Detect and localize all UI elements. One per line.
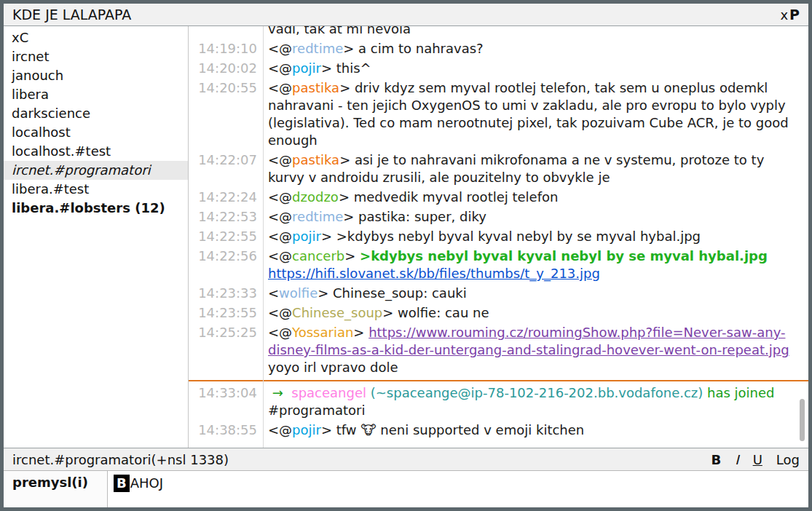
window-button-p[interactable]: P [789,7,800,23]
timestamp: 14:22:53 [189,208,263,226]
sidebar-item-localhost[interactable]: localhost [4,123,188,142]
message-content: <@Yossarian> https://www.rouming.cz/roum… [263,324,808,376]
nick: wolfie [279,285,318,301]
nick: redtime [292,41,343,56]
nick: cancerb [292,248,344,264]
timestamp: 14:23:33 [189,285,263,302]
message-text: > pastika: super, diky [343,209,486,224]
sidebar-item-libera[interactable]: libera [4,85,188,104]
format-underline-button[interactable]: U [753,452,762,467]
sidebar-item-ircnet-programatori[interactable]: ircnet.#programatori [4,161,188,180]
message-content: <@cancerb> >kdybys nebyl byval kyval neb… [263,247,808,282]
message-content: <wolfie> Chinese_soup: cauki [263,285,808,302]
message-row: 14:38:55<@pojir> tfw 🐮 neni supported v … [189,421,808,439]
message-list: vadi, tak at mi nevola14:19:10<@redtime>… [189,26,808,439]
log-button[interactable]: Log [776,452,800,467]
message-content: <@Chinese_soup> wolfie: cau ne [263,304,808,322]
timestamp: 14:22:56 [189,247,263,282]
window-controls: xP [779,7,800,23]
nick: pojir [292,229,321,244]
timestamp: 14:20:02 [189,60,263,77]
message-row: 14:23:33<wolfie> Chinese_soup: cauki [189,285,808,302]
message-text: > wolfie: cau ne [382,305,489,320]
chat-log[interactable]: vadi, tak at mi nevola14:19:10<@redtime>… [189,26,808,448]
message-text: > [353,325,368,340]
message-text: <@ [268,41,292,56]
message-row: 14:22:53<@redtime> pastika: super, diky [189,208,808,226]
message-content: <@pojir> tfw 🐮 neni supported v emoji ki… [263,421,808,439]
message-text [768,248,772,264]
message-text: > >kdybys nebyl byval kyval nebyl by se … [321,229,701,244]
message-input[interactable]: BAHOJ [108,471,808,507]
message-text: <@ [268,189,292,205]
timestamp: 14:23:55 [189,304,263,322]
input-bar: premysl(i) BAHOJ [4,470,808,507]
channel-status-text: ircnet.#programatori(+nsl 1338) [12,452,698,467]
channel-sidebar: xCircnetjanouchliberadarksciencelocalhos… [4,26,189,448]
nick: redtime [292,209,343,224]
timestamp: 14:25:25 [189,324,263,376]
message-text: > Chinese_soup: cauki [318,285,467,301]
message-text: <@ [268,305,292,320]
main-area: xCircnetjanouchliberadarksciencelocalhos… [4,26,808,448]
sidebar-item-janouch[interactable]: janouch [4,66,188,85]
message-content: <@redtime> pastika: super, diky [263,208,808,226]
message-content: <@pojir> >kdybys nebyl byval kyval nebyl… [263,228,808,245]
window-title: KDE JE LALAPAPA [12,7,779,23]
sidebar-item-libera-test[interactable]: libera.#test [4,180,188,199]
sidebar-item-libera-lobsters-12[interactable]: libera.#lobsters (12) [4,199,188,218]
message-text: has joined [707,385,774,400]
format-italic-button[interactable]: I [735,452,738,467]
message-text: <@ [268,152,292,167]
timestamp: 14:33:04 [189,384,263,419]
message-text: <@ [268,229,292,244]
title-bar: KDE JE LALAPAPA xP [4,4,808,26]
timestamp: 14:19:10 [189,40,263,58]
message-content: <@pastika> driv kdyz sem myval rootlej t… [263,79,808,149]
sidebar-item-localhost-test[interactable]: localhost.#test [4,142,188,161]
irc-client-window: KDE JE LALAPAPA xP xCircnetjanouchlibera… [0,0,812,511]
link[interactable]: https://hifi.slovanet.sk/bb/files/thumbs… [268,266,600,281]
nick: pastika [292,152,339,167]
message-text: > tfw 🐮 neni supported v emoji kitchen [321,422,584,437]
timestamp: 14:20:55 [189,79,263,149]
timestamp: 14:38:55 [189,421,263,439]
scrollbar-thumb[interactable] [800,399,805,441]
window-button-x[interactable]: x [780,7,788,23]
message-text: <@ [268,422,292,437]
message-row: 14:33:04 → spaceangel (~spaceange@ip-78-… [189,384,808,419]
format-bold-button[interactable]: B [712,452,722,467]
nick: spaceangel [291,385,366,400]
unread-separator [189,380,808,381]
message-text: > asi je to nahravani mikrofonama a ne v… [268,152,768,185]
bold-control-marker: B [114,475,130,492]
nick-label: premysl(i) [4,471,108,507]
nick: pojir [292,422,321,437]
status-bar: ircnet.#programatori(+nsl 1338) BIULog [4,448,808,470]
message-text: <@ [268,80,292,95]
message-content: <@pastika> asi je to nahravani mikrofona… [263,151,808,186]
message-text: > this^ [321,60,371,76]
sidebar-item-darkscience[interactable]: darkscience [4,104,188,123]
timestamp: 14:22:24 [189,189,263,206]
message-row: 14:25:25<@Yossarian> https://www.rouming… [189,324,808,376]
message-text: (~spaceange@ip-78-102-216-202.bb.vodafon… [371,385,703,400]
timestamp: 14:22:55 [189,228,263,245]
message-row: 14:20:55<@pastika> driv kdyz sem myval r… [189,79,808,149]
sidebar-item-ircnet[interactable]: ircnet [4,47,188,66]
message-row: 14:22:56<@cancerb> >kdybys nebyl byval k… [189,247,808,282]
message-text: vadi, tak at mi nevola [268,26,411,36]
sidebar-item-xc[interactable]: xC [4,28,188,47]
message-row: 14:22:55<@pojir> >kdybys nebyl byval kyv… [189,228,808,245]
timestamp [189,26,263,38]
message-content: vadi, tak at mi nevola [263,26,808,38]
message-content: <@dzodzo> medvedik myval rootlej telefon [263,189,808,206]
input-text: AHOJ [130,475,163,491]
message-text: > medvedik myval rootlej telefon [339,189,559,205]
nick: pastika [292,80,339,95]
message-text: <@ [268,209,292,224]
message-text: <@ [268,325,292,340]
message-row: vadi, tak at mi nevola [189,26,808,38]
message-text: <@ [268,60,292,76]
message-text: >kdybys nebyl byval kyval nebyl by se my… [360,248,768,264]
